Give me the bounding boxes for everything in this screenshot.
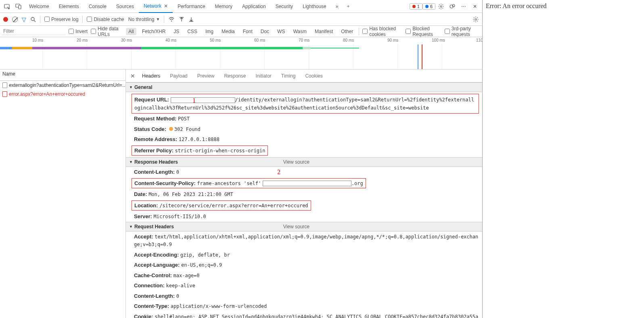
tab-label: Security xyxy=(276,4,293,9)
tab-elements[interactable]: Elements xyxy=(54,0,84,13)
detail-tab-preview[interactable]: Preview xyxy=(192,69,220,82)
chevron-down-icon: ▼ xyxy=(156,17,160,21)
remote-address-key: Remote Address: xyxy=(134,136,177,142)
error-message: Error: An error occured xyxy=(486,2,547,9)
device-toggle-icon[interactable] xyxy=(13,1,24,12)
detail-tab-timing[interactable]: Timing xyxy=(276,69,301,82)
date-value: Mon, 06 Feb 2023 21:21:00 GMT xyxy=(148,192,233,197)
third-party-checkbox[interactable]: 3rd-party requests xyxy=(445,26,481,37)
svg-rect-0 xyxy=(4,4,9,8)
type-filter-img[interactable]: Img xyxy=(203,28,216,35)
download-icon[interactable] xyxy=(188,17,194,22)
type-filter-media[interactable]: Media xyxy=(219,28,237,35)
settings-icon[interactable] xyxy=(435,1,447,12)
detail-tab-initiator[interactable]: Initiator xyxy=(251,69,276,82)
hide-data-urls-label: Hide data URLs xyxy=(98,26,123,37)
tab-label: Memory xyxy=(215,4,232,9)
add-tab-icon[interactable]: ＋ xyxy=(343,1,354,12)
type-filter-fetch[interactable]: Fetch/XHR xyxy=(140,28,168,35)
request-headers-section-header[interactable]: ▼Request HeadersView source xyxy=(126,222,482,232)
search-icon[interactable] xyxy=(30,17,36,22)
close-details-icon[interactable]: ✕ xyxy=(128,73,137,79)
invert-checkbox[interactable]: Invert xyxy=(69,29,88,34)
type-filter-other[interactable]: Other xyxy=(339,28,355,35)
tab-security[interactable]: Security xyxy=(271,0,298,13)
request-name: externallogin?authenticationType=saml2&R… xyxy=(9,82,125,88)
error-count-badge[interactable]: 1 xyxy=(410,3,422,10)
close-icon[interactable]: ✕ xyxy=(164,3,168,9)
view-source-link[interactable]: View source xyxy=(283,224,309,230)
connection-key: Connection: xyxy=(134,282,165,289)
disable-cache-checkbox[interactable]: Disable cache xyxy=(87,17,124,22)
tab-label: Elements xyxy=(59,4,79,9)
hide-data-urls-checkbox[interactable]: Hide data URLs xyxy=(91,26,123,37)
csp-row: Content-Security-Policy: frame-ancestors… xyxy=(132,178,366,189)
tab-welcome[interactable]: Welcome xyxy=(24,0,54,13)
accept-language-value: en-US,en;q=0.9 xyxy=(181,262,222,268)
status-code-value: 302 Found xyxy=(174,126,201,132)
request-row[interactable]: externallogin?authenticationType=saml2&R… xyxy=(0,81,125,90)
error-dot-icon xyxy=(412,5,416,8)
type-filter-css[interactable]: CSS xyxy=(185,28,200,35)
feedback-icon[interactable] xyxy=(447,1,458,12)
tab-label: Network xyxy=(144,3,161,9)
type-filter-ws[interactable]: WS xyxy=(275,28,287,35)
tick-label: 70 ms xyxy=(299,38,309,42)
tab-lighthouse[interactable]: Lighthouse xyxy=(298,0,331,13)
detail-tab-cookies[interactable]: Cookies xyxy=(300,69,327,82)
tab-console[interactable]: Console xyxy=(84,0,111,13)
accept-encoding-value: gzip, deflate, br xyxy=(180,252,230,258)
general-section-header[interactable]: ▼General xyxy=(126,82,482,92)
info-count-badge[interactable]: 6 xyxy=(422,3,435,10)
more-tabs-icon[interactable]: » xyxy=(331,1,343,12)
svg-line-7 xyxy=(34,20,36,22)
throttling-select[interactable]: No throttling▼ xyxy=(128,17,160,22)
tab-sources[interactable]: Sources xyxy=(111,0,139,13)
tab-performance[interactable]: Performance xyxy=(173,0,210,13)
tab-network[interactable]: Network✕ xyxy=(139,0,173,13)
preserve-log-checkbox[interactable]: Preserve log xyxy=(44,17,78,22)
throttling-label: No throttling xyxy=(128,17,155,22)
svg-point-3 xyxy=(440,6,442,7)
has-blocked-label: Has blocked cookies xyxy=(369,26,402,37)
clear-button[interactable] xyxy=(12,17,18,22)
view-source-link[interactable]: View source xyxy=(283,159,309,165)
inspect-icon[interactable] xyxy=(2,1,13,12)
timeline[interactable]: 10 ms 20 ms 30 ms 40 ms 50 ms 60 ms 70 m… xyxy=(0,37,482,69)
filter-input[interactable] xyxy=(2,27,65,35)
collapse-icon: ▼ xyxy=(129,225,133,229)
has-blocked-checkbox[interactable]: Has blocked cookies xyxy=(362,26,402,37)
record-button[interactable] xyxy=(3,17,8,22)
type-filter-all[interactable]: All xyxy=(126,28,136,35)
type-filter-doc[interactable]: Doc xyxy=(258,28,272,35)
blocked-requests-checkbox[interactable]: Blocked Requests xyxy=(406,26,441,37)
request-method-row: Request Method: POST xyxy=(126,114,482,124)
type-filter-manifest[interactable]: Manifest xyxy=(312,28,335,35)
detail-tab-response[interactable]: Response xyxy=(219,69,251,82)
network-settings-icon[interactable] xyxy=(473,16,479,23)
wifi-icon[interactable] xyxy=(168,17,175,22)
type-filter-js[interactable]: JS xyxy=(171,28,182,35)
detail-tab-headers[interactable]: Headers xyxy=(137,69,165,82)
upload-icon[interactable] xyxy=(179,17,184,22)
close-devtools-icon[interactable]: ✕ xyxy=(469,1,481,12)
more-menu-icon[interactable]: ⋯ xyxy=(458,1,469,12)
type-filter-font[interactable]: Font xyxy=(240,28,255,35)
filter-toggle-icon[interactable]: ▽ xyxy=(22,16,26,23)
accept-value: text/html,application/xhtml+xml,applicat… xyxy=(134,234,478,248)
type-filter-wasm[interactable]: Wasm xyxy=(291,28,309,35)
disable-cache-label: Disable cache xyxy=(94,17,124,22)
request-url-key: Request URL: xyxy=(134,97,169,103)
response-headers-section-header[interactable]: ▼Response HeadersView source xyxy=(126,157,482,167)
name-column-header[interactable]: Name xyxy=(0,69,125,81)
tab-memory[interactable]: Memory xyxy=(210,0,237,13)
request-row[interactable]: error.aspx?error=An+error+occured xyxy=(0,90,125,99)
accept-row: Accept: text/html,application/xhtml+xml,… xyxy=(126,232,482,250)
tab-application[interactable]: Application xyxy=(237,0,271,13)
tab-label: Application xyxy=(242,4,266,9)
tick-label: 50 ms xyxy=(210,38,221,42)
svg-point-6 xyxy=(31,17,34,21)
tab-label: Welcome xyxy=(29,4,49,9)
detail-tab-payload[interactable]: Payload xyxy=(165,69,192,82)
details-body[interactable]: ▼General Request URL: /identity/external… xyxy=(126,82,482,318)
